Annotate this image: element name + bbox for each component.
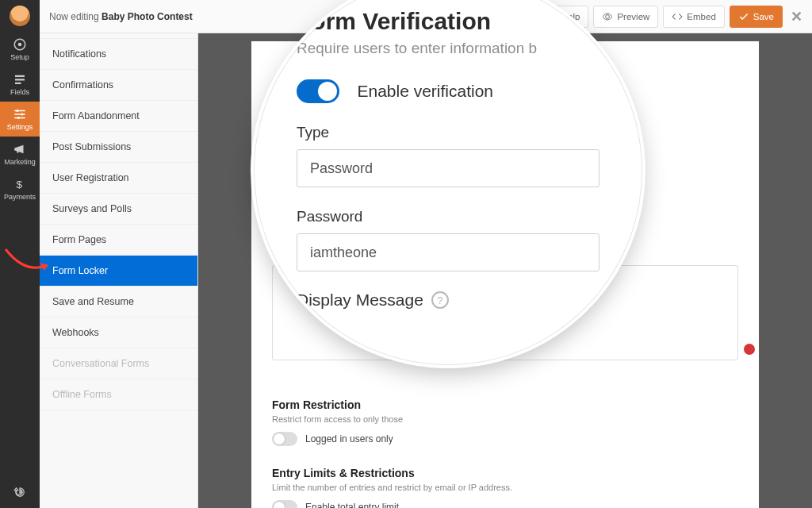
rail-setup-label: Setup [10,53,29,61]
button-label: Save [753,12,774,21]
sidebar-item-offline-forms[interactable]: Offline Forms [40,379,197,410]
sidebar-item-surveys-polls[interactable]: Surveys and Polls [40,194,197,225]
button-label: Embed [687,12,715,21]
rail-settings[interactable]: Settings [0,102,40,137]
code-icon [672,11,683,22]
sidebar-item-post-submissions[interactable]: Post Submissions [40,132,197,163]
button-label: Preview [617,12,649,21]
sidebar-item-label: Offline Forms [52,389,112,400]
sidebar-item-save-resume[interactable]: Save and Resume [40,287,197,318]
sidebar-item-label: Webhooks [52,327,99,338]
sidebar-item-form-locker[interactable]: Form Locker [40,256,197,287]
svg-rect-4 [15,83,21,84]
logged-in-toggle[interactable] [272,432,297,446]
sidebar-item-confirmations[interactable]: Confirmations [40,70,197,101]
svg-text:$: $ [17,179,23,190]
svg-point-1 [18,43,22,47]
close-button[interactable]: ✕ [791,8,802,25]
rail-marketing[interactable]: Marketing [0,137,40,171]
embed-button[interactable]: Embed [663,6,724,28]
sidebar-item-webhooks[interactable]: Webhooks [40,318,197,348]
preview-button[interactable]: Preview [593,6,658,28]
svg-point-10 [17,117,20,119]
error-badge-icon [744,344,755,355]
svg-rect-5 [14,110,25,112]
password-label: Password [297,208,599,225]
sidebar-item-label: Post Submissions [52,141,131,152]
enable-verification-toggle[interactable] [297,79,339,103]
sidebar-item-notifications[interactable]: Notifications [40,39,197,70]
sidebar-item-label: Form Abandonment [52,110,140,121]
editing-label: Now editing Baby Photo Contest [49,11,193,22]
entry-limit-toggle[interactable] [272,500,297,508]
sidebar-item-label: Surveys and Polls [52,203,132,214]
section-title: Form Restriction [272,398,738,411]
rail-fields-label: Fields [10,88,29,96]
rail-fields[interactable]: Fields [0,67,40,102]
section-subtitle: Restrict form access to only those [272,414,738,424]
save-button[interactable]: Save [730,6,783,28]
svg-point-9 [21,114,24,116]
toggle-label: Enable verification [357,82,493,100]
rail-settings-label: Settings [7,123,33,131]
svg-rect-6 [14,114,25,115]
sidebar-item-label: Form Pages [52,234,106,245]
sidebar-item-user-registration[interactable]: User Registration [40,163,197,194]
help-icon[interactable]: ? [431,291,449,309]
type-select[interactable] [297,149,599,187]
section-subtitle: Limit the number of entries and restrict… [272,483,738,492]
rail-setup[interactable]: Setup [0,32,40,67]
sidebar-item-form-pages[interactable]: Form Pages [40,225,197,256]
type-label: Type [297,124,599,141]
rail-payments[interactable]: $ Payments [0,171,40,206]
section-title: Entry Limits & Restrictions [272,467,738,479]
sidebar-item-label: Notifications [52,48,106,60]
sidebar-item-conversational-forms[interactable]: Conversational Forms [40,348,197,379]
settings-sidebar: General Notifications Confirmations Form… [40,0,198,508]
rail-payments-label: Payments [4,193,36,201]
sidebar-item-label: Confirmations [52,79,113,90]
toggle-label: Enable total entry limit [305,502,399,508]
display-message-label: Display Message [297,291,423,310]
eye-icon [602,11,613,22]
rail-marketing-label: Marketing [4,158,36,166]
toggle-label: Logged in users only [305,433,393,444]
sidebar-item-label: Save and Resume [52,296,134,307]
sidebar-item-label: Form Locker [52,265,108,276]
svg-rect-2 [15,75,25,77]
svg-point-8 [17,110,19,112]
sidebar-item-form-abandonment[interactable]: Form Abandonment [40,101,197,132]
check-icon [738,11,749,22]
zoom-title: Form Verification [297,8,599,35]
zoom-subtitle: Require users to enter information b [297,40,599,57]
svg-rect-3 [15,79,25,80]
password-input[interactable] [297,233,599,271]
app-logo [0,0,40,32]
icon-rail: Setup Fields Settings Marketing $ Paymen… [0,0,40,508]
sidebar-item-label: User Registration [52,172,129,183]
rail-history[interactable] [0,478,40,508]
sidebar-item-label: Conversational Forms [52,358,149,369]
